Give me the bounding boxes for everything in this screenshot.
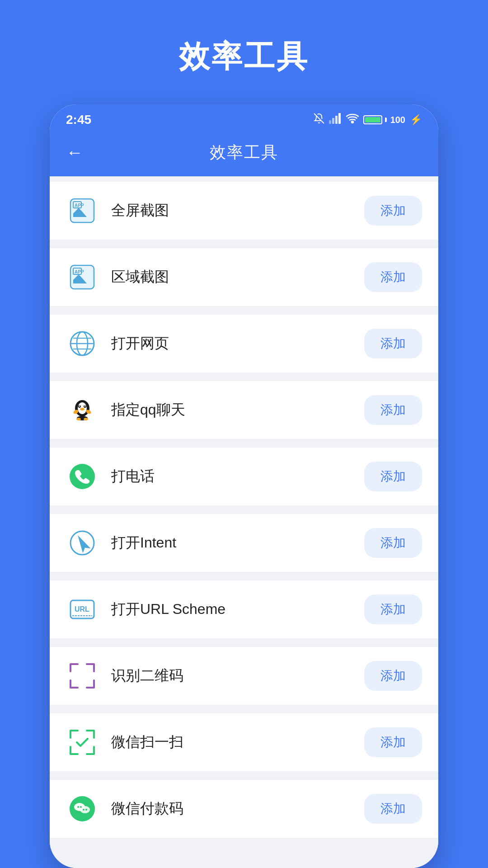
list-item: APP 全屏截图 添加 [50,182,438,240]
qq-chat-label: 指定qq聊天 [111,400,364,420]
svg-rect-2 [332,118,334,124]
svg-rect-3 [335,116,338,124]
list-item: 微信扫一扫 添加 [50,713,438,772]
full-screenshot-icon: APP [66,194,99,227]
wechat-pay-icon [66,793,99,825]
svg-text:URL: URL [75,605,89,613]
make-call-icon [66,460,99,493]
list-item: APP 区域截图 添加 [50,248,438,307]
wechat-scan-label: 微信扫一扫 [111,732,364,752]
svg-point-43 [85,809,87,811]
open-webpage-icon [66,327,99,360]
svg-rect-1 [329,120,331,124]
scan-qr-label: 识别二维码 [111,666,364,686]
list-item: 打开Intent 添加 [50,514,438,572]
svg-line-0 [314,113,324,123]
region-screenshot-label: 区域截图 [111,267,364,287]
wechat-scan-add-button[interactable]: 添加 [364,727,422,757]
wechat-pay-label: 微信付款码 [111,799,364,819]
phone-frame: 2:45 [50,104,438,868]
tools-list: APP 全屏截图 添加 APP 区域截图 添加 [50,176,438,868]
scan-qr-icon [66,660,99,692]
open-url-scheme-label: 打开URL Scheme [111,599,364,619]
make-call-add-button[interactable]: 添加 [364,462,422,491]
status-icons: 100 ⚡ [314,113,422,127]
svg-text:APP: APP [75,203,84,208]
svg-point-25 [80,408,84,410]
svg-point-29 [76,418,81,420]
status-time: 2:45 [66,113,91,127]
wifi-icon [346,113,359,126]
svg-point-5 [352,121,353,123]
scan-qr-add-button[interactable]: 添加 [364,661,422,691]
open-url-scheme-icon: URL [66,593,99,626]
screen-title: 效率工具 [210,142,278,164]
list-item: 打电话 添加 [50,448,438,506]
list-item: 微信付款码 添加 [50,780,438,838]
list-item: URL 打开URL Scheme 添加 [50,580,438,639]
divider [50,640,438,647]
region-screenshot-icon: APP [66,261,99,293]
svg-point-41 [80,806,82,808]
status-bar: 2:45 [50,104,438,132]
open-intent-add-button[interactable]: 添加 [364,528,422,558]
divider [50,307,438,315]
divider [50,573,438,580]
open-intent-icon [66,527,99,559]
top-navigation-bar: ← 效率工具 [50,132,438,176]
divider [50,507,438,514]
wechat-scan-icon [66,726,99,759]
battery-indicator: 100 [363,115,405,125]
svg-point-23 [79,406,80,407]
divider [50,374,438,381]
svg-rect-10 [70,265,94,289]
back-button[interactable]: ← [66,143,83,162]
svg-rect-6 [70,199,94,222]
svg-rect-4 [338,113,341,124]
signal-icon [329,113,342,127]
svg-point-42 [83,809,84,811]
svg-text:APP: APP [75,269,84,274]
charging-icon: ⚡ [410,114,422,126]
open-url-scheme-add-button[interactable]: 添加 [364,594,422,624]
svg-point-24 [84,406,86,407]
divider [50,241,438,248]
open-intent-label: 打开Intent [111,533,364,553]
battery-level: 100 [390,115,405,125]
wechat-pay-add-button[interactable]: 添加 [364,794,422,824]
qq-chat-add-button[interactable]: 添加 [364,395,422,425]
mute-icon [314,113,324,127]
full-screenshot-label: 全屏截图 [111,201,364,221]
svg-point-31 [70,464,95,489]
svg-point-30 [84,418,88,420]
page-outer-title: 效率工具 [179,36,309,77]
list-item: 打开网页 添加 [50,315,438,373]
region-screenshot-add-button[interactable]: 添加 [364,262,422,292]
divider [50,440,438,448]
make-call-label: 打电话 [111,467,364,486]
qq-chat-icon [66,394,99,426]
open-webpage-add-button[interactable]: 添加 [364,329,422,359]
open-webpage-label: 打开网页 [111,334,364,354]
divider [50,773,438,780]
list-item: 指定qq聊天 添加 [50,381,438,439]
divider [50,706,438,713]
list-item: 识别二维码 添加 [50,647,438,705]
full-screenshot-add-button[interactable]: 添加 [364,196,422,226]
svg-point-40 [77,806,79,808]
